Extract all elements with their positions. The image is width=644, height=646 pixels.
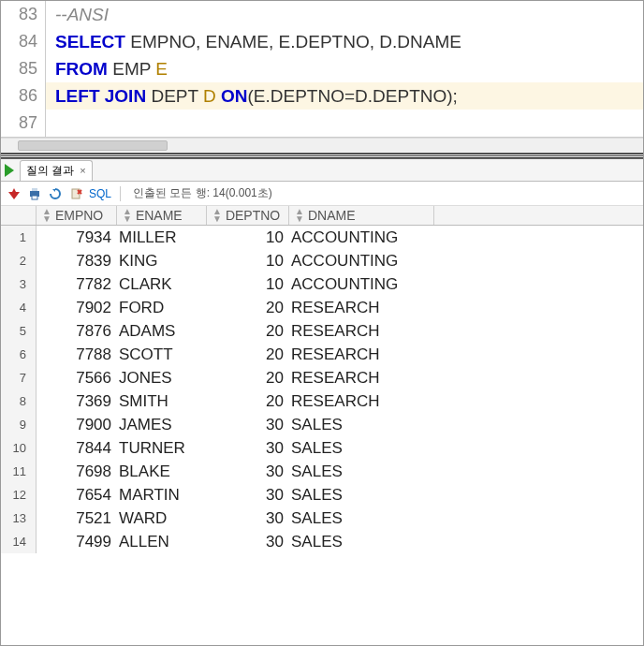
tab-query-result[interactable]: 질의 결과 ×: [20, 160, 93, 181]
cell-empno: 7844: [37, 439, 117, 458]
code-token: (E.DEPTNO=D.DEPTNO);: [248, 86, 458, 106]
table-row[interactable]: 127654MARTIN30SALES: [1, 483, 643, 507]
editor-line[interactable]: 84SELECT EMPNO, ENAME, E.DEPTNO, D.DNAME: [1, 28, 643, 55]
code-token: DEPT: [151, 86, 203, 106]
column-header-ename[interactable]: ▲▼ ENAME: [117, 206, 207, 225]
results-tabbar: 질의 결과 ×: [1, 159, 643, 182]
svg-rect-1: [32, 188, 37, 191]
cell-deptno: 30: [207, 462, 289, 481]
row-number: 8: [1, 389, 37, 413]
cell-ename: ADAMS: [117, 322, 207, 341]
row-number: 13: [1, 507, 37, 530]
editor-line[interactable]: 83--ANSI: [1, 1, 643, 28]
delete-icon[interactable]: [68, 186, 83, 201]
code-content[interactable]: FROM EMP E: [46, 59, 168, 80]
table-row[interactable]: 27839KING10ACCOUNTING: [1, 249, 643, 272]
cell-dname: RESEARCH: [289, 392, 434, 411]
line-number: 85: [1, 55, 46, 82]
cell-empno: 7654: [37, 486, 117, 505]
sort-icon: ▲▼: [212, 208, 222, 223]
cell-deptno: 10: [207, 275, 289, 294]
cell-ename: JAMES: [117, 416, 207, 434]
cell-ename: WARD: [117, 509, 207, 528]
column-label: DEPTNO: [226, 208, 280, 223]
run-icon[interactable]: [5, 164, 14, 177]
grid-header-rownum: [1, 206, 37, 225]
code-content[interactable]: --ANSI: [46, 5, 109, 25]
cell-empno: 7369: [37, 392, 117, 411]
sql-editor[interactable]: 83--ANSI84SELECT EMPNO, ENAME, E.DEPTNO,…: [1, 1, 643, 138]
cell-ename: CLARK: [117, 275, 207, 294]
code-token: FROM: [55, 59, 112, 79]
grid-body: 17934MILLER10ACCOUNTING27839KING10ACCOUN…: [1, 226, 643, 553]
column-header-empno[interactable]: ▲▼ EMPNO: [37, 206, 117, 225]
column-label: DNAME: [308, 208, 356, 223]
editor-horizontal-scroll[interactable]: [1, 138, 643, 153]
table-row[interactable]: 47902FORD20RESEARCH: [1, 296, 643, 319]
column-header-dname[interactable]: ▲▼ DNAME: [289, 206, 434, 225]
code-token: EMP: [112, 59, 155, 79]
cell-ename: KING: [117, 252, 207, 271]
cell-ename: ALLEN: [117, 533, 207, 551]
table-row[interactable]: 97900JAMES30SALES: [1, 413, 643, 436]
table-row[interactable]: 117698BLAKE30SALES: [1, 460, 643, 483]
sort-icon: ▲▼: [42, 208, 51, 223]
row-number: 12: [1, 483, 37, 507]
svg-rect-2: [32, 196, 37, 199]
cell-dname: RESEARCH: [289, 369, 434, 388]
cell-deptno: 10: [207, 228, 289, 247]
cell-dname: SALES: [289, 533, 434, 551]
table-row[interactable]: 107844TURNER30SALES: [1, 436, 643, 460]
cell-empno: 7902: [37, 299, 117, 317]
cell-empno: 7788: [37, 345, 117, 364]
row-number: 11: [1, 460, 37, 483]
code-token: LEFT JOIN: [55, 86, 151, 106]
code-token: E: [155, 59, 168, 79]
row-number: 3: [1, 272, 37, 296]
line-number: 87: [1, 110, 46, 137]
toolbar-separator: [120, 186, 121, 201]
row-number: 6: [1, 343, 37, 366]
editor-line[interactable]: 87: [1, 110, 643, 137]
code-token: SELECT: [55, 32, 130, 51]
refresh-icon[interactable]: [48, 186, 63, 201]
status-text: 인출된 모든 행: 14(0.001초): [133, 185, 272, 201]
editor-line[interactable]: 85FROM EMP E: [1, 55, 643, 82]
editor-line[interactable]: 86LEFT JOIN DEPT D ON(E.DEPTNO=D.DEPTNO)…: [1, 82, 643, 110]
cell-deptno: 30: [207, 416, 289, 434]
code-token: --ANSI: [55, 5, 109, 24]
line-number: 86: [1, 82, 46, 110]
table-row[interactable]: 147499ALLEN30SALES: [1, 530, 643, 553]
cell-ename: SMITH: [117, 392, 207, 411]
cell-deptno: 20: [207, 369, 289, 388]
cell-deptno: 20: [207, 322, 289, 341]
table-row[interactable]: 57876ADAMS20RESEARCH: [1, 319, 643, 343]
code-content[interactable]: LEFT JOIN DEPT D ON(E.DEPTNO=D.DEPTNO);: [46, 86, 458, 107]
table-row[interactable]: 67788SCOTT20RESEARCH: [1, 343, 643, 366]
cell-empno: 7566: [37, 369, 117, 388]
cell-deptno: 30: [207, 439, 289, 458]
cell-ename: BLAKE: [117, 462, 207, 481]
cell-empno: 7698: [37, 462, 117, 481]
code-content[interactable]: SELECT EMPNO, ENAME, E.DEPTNO, D.DNAME: [46, 32, 461, 52]
table-row[interactable]: 87369SMITH20RESEARCH: [1, 389, 643, 413]
table-row[interactable]: 17934MILLER10ACCOUNTING: [1, 226, 643, 249]
scroll-thumb[interactable]: [18, 140, 168, 151]
row-number: 1: [1, 226, 37, 249]
print-icon[interactable]: [27, 186, 42, 201]
cell-dname: ACCOUNTING: [289, 275, 434, 294]
sql-button[interactable]: SQL: [89, 187, 111, 200]
results-toolbar: SQL 인출된 모든 행: 14(0.001초): [1, 182, 643, 206]
row-number: 14: [1, 530, 37, 553]
row-number: 10: [1, 436, 37, 460]
close-icon[interactable]: ×: [80, 165, 85, 176]
column-header-deptno[interactable]: ▲▼ DEPTNO: [207, 206, 289, 225]
table-row[interactable]: 137521WARD30SALES: [1, 507, 643, 530]
pin-icon[interactable]: [7, 186, 22, 201]
table-row[interactable]: 37782CLARK10ACCOUNTING: [1, 272, 643, 296]
cell-ename: FORD: [117, 299, 207, 317]
pane-divider[interactable]: [1, 153, 643, 159]
table-row[interactable]: 77566JONES20RESEARCH: [1, 366, 643, 389]
cell-dname: RESEARCH: [289, 322, 434, 341]
cell-dname: ACCOUNTING: [289, 228, 434, 247]
